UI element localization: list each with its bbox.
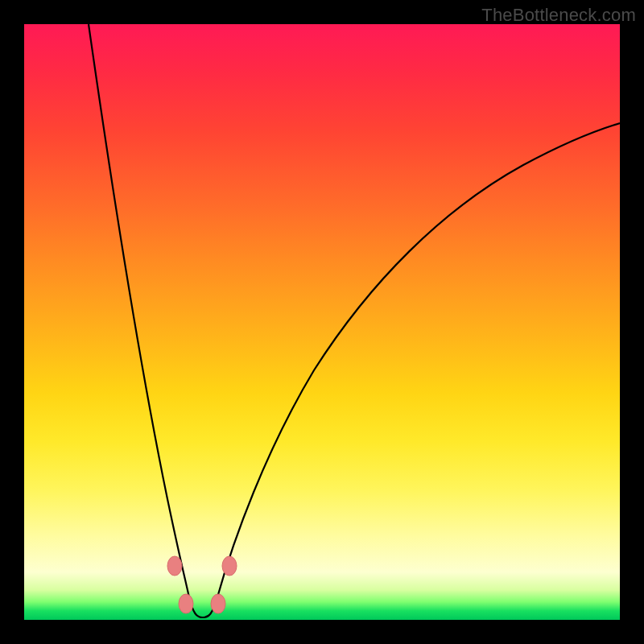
bottleneck-curve (24, 24, 620, 620)
plot-area (24, 24, 620, 620)
bead-left-lower (179, 594, 193, 613)
bead-right-upper (222, 556, 237, 576)
bead-left-upper (167, 556, 182, 576)
curve-left-branch (89, 24, 189, 597)
bead-right-lower (211, 594, 225, 613)
outer-frame: TheBottleneck.com (0, 0, 644, 644)
curve-right-branch (217, 123, 620, 597)
watermark-text: TheBottleneck.com (481, 5, 636, 26)
